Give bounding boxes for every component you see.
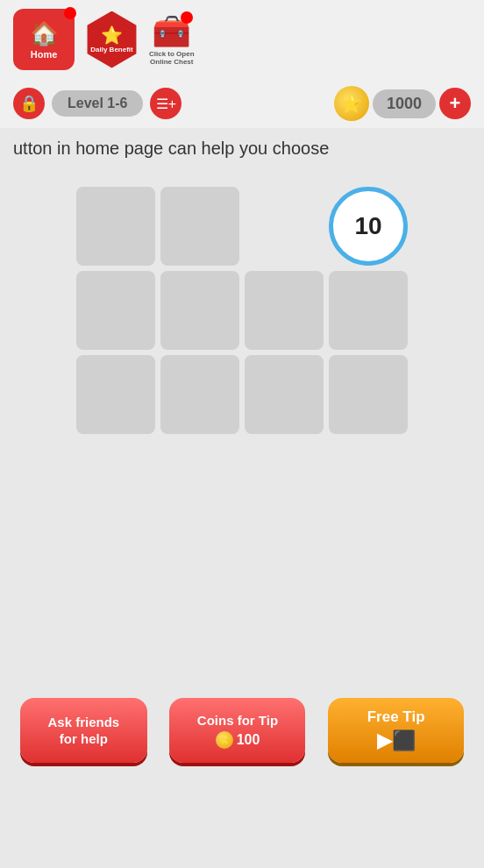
video-icon: ▶⬛ [342,729,450,752]
level-badge: Level 1-6 [52,90,143,117]
grid-cell-2-4[interactable] [329,271,408,350]
game-grid: 10 [76,187,408,434]
coins-amount: 100 [237,732,260,748]
grid-cell-3-2[interactable] [160,355,239,434]
free-tip-label: Free Tip [367,708,425,725]
online-chest-label: Online Chest [150,58,193,66]
coins-for-tip-label: Coins for Tip [197,713,278,728]
grid-cell-1-3 [245,187,324,266]
lock-icon: 🔒 [13,88,45,119]
star-coin-icon: ⭐ [334,86,369,121]
grid-cell-3-1[interactable] [76,355,155,434]
game-area: 10 [0,169,484,460]
coins-for-tip-button[interactable]: Coins for Tip ⭐ 100 [169,698,305,763]
free-tip-button[interactable]: Free Tip ▶⬛ [328,698,464,763]
timer-cell: 10 [329,187,408,266]
online-chest-button[interactable]: 🧰 Click to Open Online Chest [149,13,195,66]
grid-cell-3-3[interactable] [245,355,324,434]
ask-friends-button[interactable]: Ask friends for help [20,698,147,763]
instruction-label: utton in home page can help you choose [13,139,329,158]
daily-benefit-button[interactable]: ⭐ Daily Benefit [83,11,140,68]
daily-benefit-label: Daily Benefit [90,46,132,54]
coin-count: 1000 [373,89,436,118]
grid-cell-2-1[interactable] [76,271,155,350]
instruction-text: utton in home page can help you choose [0,128,484,169]
notification-dot [64,7,76,19]
list-icon: ☰+ [156,96,176,112]
home-icon: 🏠 [30,20,58,47]
home-label: Home [31,49,58,60]
grid-cell-3-4[interactable] [329,355,408,434]
mini-coin-icon: ⭐ [216,731,233,749]
coins-row: ⭐ 100 [183,731,291,749]
home-button[interactable]: 🏠 Home [13,9,75,70]
daily-dot [130,10,142,22]
header: 🏠 Home ⭐ Daily Benefit 🧰 Click to Open O… [0,0,484,79]
ask-friends-line2: for help [60,731,108,746]
chest-dot [181,11,193,24]
grid-cell-2-3[interactable] [245,271,324,350]
grid-cell-2-2[interactable] [160,271,239,350]
grid-cell-1-2[interactable] [160,187,239,266]
click-to-open-label: Click to Open [149,50,195,58]
coin-display: ⭐ 1000 + [334,86,471,121]
add-coins-button[interactable]: + [439,88,471,119]
grid-cell-1-1[interactable] [76,187,155,266]
bottom-buttons: Ask friends for help Coins for Tip ⭐ 100… [0,698,484,763]
ask-friends-line1: Ask friends [47,715,119,729]
daily-benefit-icon: ⭐ [101,25,123,46]
timer-value: 10 [354,212,381,240]
level-bar: 🔒 Level 1-6 ☰+ ⭐ 1000 + [0,79,484,128]
list-button[interactable]: ☰+ [150,88,182,119]
